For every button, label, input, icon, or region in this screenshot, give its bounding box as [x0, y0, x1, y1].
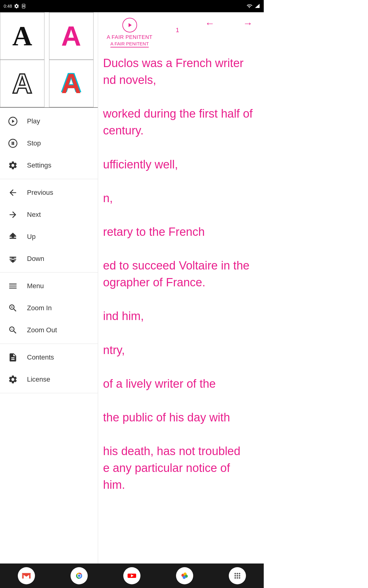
- zoom-out-icon: [7, 325, 18, 336]
- youtube-app-icon[interactable]: [123, 567, 140, 584]
- arrow-right-icon: [7, 209, 18, 220]
- font-cell-sans-pink[interactable]: A: [49, 12, 94, 60]
- svg-rect-2: [24, 5, 25, 7]
- pause-icon: [7, 138, 18, 149]
- font-cell-outline[interactable]: A: [0, 60, 44, 107]
- font-preview-outline: A: [12, 70, 32, 97]
- status-bar: 0:48: [0, 0, 264, 12]
- svg-point-19: [235, 573, 236, 575]
- zoom-in-menu-item[interactable]: Zoom In: [0, 297, 98, 319]
- play-icon: [7, 116, 18, 127]
- zoom-in-label: Zoom In: [27, 304, 52, 312]
- book-title: A FAIR PENITENT: [107, 34, 152, 40]
- page-number: 1: [176, 27, 179, 34]
- contents-icon: [7, 352, 18, 363]
- svg-rect-1: [23, 5, 24, 7]
- menu-icon: [7, 281, 18, 292]
- book-subtitle: A FAIR PENITENT: [110, 41, 149, 47]
- book-header: A FAIR PENITENT A FAIR PENITENT 1 ← →: [98, 12, 264, 47]
- svg-point-22: [235, 575, 236, 577]
- next-label: Next: [27, 211, 41, 219]
- svg-point-21: [239, 573, 240, 575]
- zoom-out-menu-item[interactable]: Zoom Out: [0, 319, 98, 341]
- svg-point-27: [239, 577, 240, 579]
- settings-status-icon: [14, 3, 19, 9]
- font-cell-red-teal[interactable]: A: [49, 60, 94, 107]
- main-layout: A A A A Play: [0, 12, 264, 564]
- svg-point-25: [235, 577, 236, 579]
- settings-menu-item[interactable]: Settings: [0, 154, 98, 176]
- font-cell-serif-black[interactable]: A: [0, 12, 44, 60]
- license-menu-item[interactable]: License: [0, 368, 98, 390]
- apps-grid-icon[interactable]: [229, 567, 246, 584]
- prev-arrow-button[interactable]: ←: [202, 17, 217, 30]
- stop-label: Stop: [27, 139, 41, 147]
- time-display: 0:48: [4, 4, 12, 9]
- svg-rect-7: [13, 142, 14, 145]
- gmail-app-icon[interactable]: [18, 567, 35, 584]
- svg-point-5: [9, 139, 17, 148]
- chrome-app-icon[interactable]: [71, 567, 88, 584]
- arrow-down-icon: [7, 253, 18, 264]
- license-label: License: [27, 375, 50, 383]
- down-label: Down: [27, 255, 44, 263]
- up-label: Up: [27, 233, 36, 241]
- signal-icon: [255, 3, 260, 9]
- font-preview-serif-black: A: [12, 22, 32, 50]
- svg-rect-6: [12, 142, 13, 145]
- book-text-area: Duclos was a French writernd novels,work…: [98, 47, 264, 564]
- status-bar-left: 0:48: [4, 3, 26, 9]
- license-icon: [7, 374, 18, 385]
- svg-point-23: [237, 575, 238, 577]
- zoom-out-label: Zoom Out: [27, 326, 57, 334]
- menu-section-tools: Menu Zoom In Zoom Out: [0, 273, 98, 344]
- contents-label: Contents: [27, 353, 54, 361]
- play-label: Play: [27, 117, 40, 125]
- bottom-navigation-bar: [0, 564, 264, 588]
- next-arrow-button[interactable]: →: [240, 17, 255, 30]
- up-menu-item[interactable]: Up: [0, 226, 98, 248]
- menu-section-playback: Play Stop Settings: [0, 108, 98, 179]
- svg-point-13: [78, 575, 80, 577]
- sidebar: A A A A Play: [0, 12, 98, 564]
- stop-menu-item[interactable]: Stop: [0, 132, 98, 154]
- sim-status-icon: [21, 3, 26, 9]
- gear-icon: [7, 160, 18, 171]
- content-area: A FAIR PENITENT A FAIR PENITENT 1 ← → Du…: [98, 12, 264, 564]
- down-menu-item[interactable]: Down: [0, 248, 98, 270]
- svg-marker-8: [128, 23, 132, 27]
- book-title-area: A FAIR PENITENT A FAIR PENITENT: [107, 18, 152, 47]
- menu-label: Menu: [27, 282, 44, 290]
- arrow-up-icon: [7, 231, 18, 242]
- previous-label: Previous: [27, 189, 53, 197]
- menu-section-navigation: Previous Next Up: [0, 179, 98, 273]
- next-menu-item[interactable]: Next: [0, 204, 98, 226]
- play-menu-item[interactable]: Play: [0, 110, 98, 132]
- zoom-in-icon: [7, 303, 18, 314]
- font-selector-grid: A A A A: [0, 12, 98, 108]
- wifi-icon: [246, 3, 253, 9]
- status-bar-right: [246, 3, 260, 9]
- play-button-header[interactable]: [122, 18, 137, 32]
- arrow-left-icon: [7, 187, 18, 198]
- svg-point-20: [237, 573, 238, 575]
- settings-label: Settings: [27, 161, 52, 169]
- book-text-content: Duclos was a French writernd novels,work…: [103, 55, 255, 493]
- svg-point-24: [239, 575, 240, 577]
- menu-menu-item[interactable]: Menu: [0, 275, 98, 297]
- font-preview-red-teal: A: [61, 70, 81, 97]
- font-preview-sans-pink: A: [61, 22, 81, 50]
- svg-rect-0: [22, 4, 25, 8]
- google-photos-app-icon[interactable]: [176, 567, 193, 584]
- contents-menu-item[interactable]: Contents: [0, 346, 98, 368]
- menu-section-extra: Contents License: [0, 344, 98, 393]
- svg-point-26: [237, 577, 238, 579]
- svg-marker-4: [12, 120, 14, 123]
- previous-menu-item[interactable]: Previous: [0, 182, 98, 204]
